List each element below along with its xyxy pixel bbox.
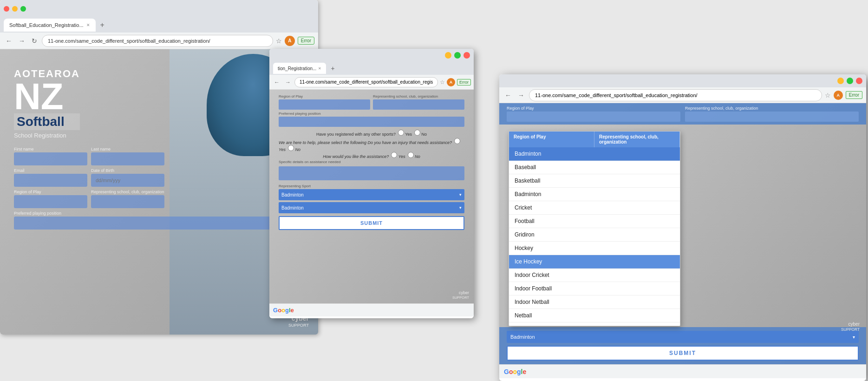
url-input-w2[interactable] [294,77,438,87]
close-btn-w2[interactable] [463,52,470,59]
first-name-input-w1[interactable] [14,152,87,165]
assistance-question-w2: We are here to help, please select the f… [279,138,464,152]
last-name-input-w1[interactable] [91,152,164,165]
profile-btn-w3[interactable]: A [834,91,843,100]
region-input-w3[interactable] [507,112,680,122]
representing-input-w1[interactable] [91,195,164,208]
google-bar-w2: Google [269,303,474,316]
max-btn-w2[interactable] [454,52,461,59]
sport-dropdown-w3[interactable]: Region of Play Representing school, club… [509,131,680,326]
dropdown-col2: Representing school, club, organization [594,131,680,147]
representing-input-w3[interactable] [685,112,859,122]
max-btn-w3[interactable] [847,78,853,84]
window3: ← → ☆ A Error Region of Play Representin… [499,74,866,381]
fwd-btn-w1[interactable]: → [17,36,27,46]
w2-tabbar: tion_Registration... ✕ + [269,62,474,75]
tab-close-w1[interactable]: ✕ [86,23,90,27]
google-logo-w2: Google [273,307,294,314]
star-w2[interactable]: ☆ [440,79,445,85]
w2-address: ← → ☆ A Error [269,75,474,90]
dropdown-item-indoor-cricket[interactable]: Indoor Cricket [509,269,680,282]
dropdown-item-football[interactable]: Football [509,215,680,228]
dropdown-item-netball[interactable]: Netball [509,309,680,322]
dropdown-item-indoor-netball[interactable]: Indoor Netball [509,296,680,309]
window2: tion_Registration... ✕ + ← → ☆ A Error R… [269,49,474,318]
registered-no-w2[interactable] [414,130,420,136]
tab-label-w1: Softball_Education_Registratio... [9,22,84,28]
region-label-w1: Region of Play [14,190,87,194]
error-btn-w1[interactable]: Error [298,37,314,45]
how-question-w2: How would you like the assistance? Yes N… [323,152,420,159]
dropdown-item-rugby[interactable]: Rugby [509,322,680,326]
representing-lbl-w2: Representing school, club, organization [373,94,464,99]
w3-page: Region of Play Representing school, club… [499,103,866,364]
how-yes-w2[interactable] [391,152,397,158]
brand-nz: NZ [14,80,80,113]
url-input-w3[interactable] [529,89,822,101]
cyber-logo-w3: cyberSUPPORT [841,322,860,332]
dropdown-col1: Region of Play [509,131,594,147]
window1-address: ← → ↻ ☆ A Error [0,33,318,49]
max-dot-w1[interactable] [20,6,26,12]
region-lbl-w3: Region of Play [507,106,680,111]
star-w3[interactable]: ☆ [825,92,831,99]
url-input-w1[interactable] [42,35,273,47]
tab-w1[interactable]: Softball_Education_Registratio... ✕ [4,19,96,32]
position-input-w1[interactable] [14,217,283,230]
dropdown-item-basketball[interactable]: Basketball [509,174,680,188]
back-btn-w1[interactable]: ← [4,36,14,46]
region-input-w2[interactable] [279,99,370,110]
dob-input-w1[interactable] [91,174,164,187]
dropdown-item-baseball[interactable]: Baseball [509,161,680,174]
tab-close-w2[interactable]: ✕ [318,66,321,71]
region-input-w1[interactable] [14,195,87,208]
fwd-btn-w3[interactable]: → [516,91,526,100]
google-logo-w3: Google [504,368,526,375]
dropdown-item-cricket[interactable]: Cricket [509,201,680,215]
assist-no-w2[interactable] [288,145,294,151]
bottom-select-w3[interactable]: Badminton [507,331,859,343]
min-btn-w3[interactable] [837,78,844,84]
position-input-w2[interactable] [279,117,464,127]
last-name-label-w1: Last name [91,147,164,151]
w3-address: ← → ☆ A Error [499,87,866,103]
how-no-w2[interactable] [408,152,414,158]
assist-yes-w2[interactable] [454,138,460,144]
dropdown-item-badminton1[interactable]: Badminton [509,147,680,161]
email-label-w1: Email [14,168,87,173]
form-overlay-w1: First name Last name Email Date of Birth [14,147,283,232]
dropdown-item-hockey[interactable]: Hockey [509,242,680,255]
reload-btn-w1[interactable]: ↻ [30,36,39,46]
error-btn-w3[interactable]: Error [846,91,862,99]
error-btn-w2[interactable]: Error [457,79,471,85]
submit-btn-w2[interactable]: SUBMIT [279,216,464,230]
dropdown-item-badminton2[interactable]: Badminton [509,188,680,201]
fwd-btn-w2[interactable]: → [283,78,293,86]
google-bar-w3: Google [499,364,866,378]
dropdown-item-gridiron[interactable]: Gridiron [509,228,680,242]
close-btn-w3[interactable] [856,78,862,84]
submit-btn-w3[interactable]: SUBMIT [507,346,859,361]
back-btn-w2[interactable]: ← [272,78,281,86]
brand-school: School Registration [14,132,80,139]
tab-w2[interactable]: tion_Registration... ✕ [273,63,326,74]
registered-yes-w2[interactable] [398,130,404,136]
representing-input-w2[interactable] [373,99,464,110]
email-input-w1[interactable] [14,174,87,187]
bookmark-icon-w1[interactable]: ☆ [276,37,282,45]
dropdown-item-indoor-football[interactable]: Indoor Football [509,282,680,296]
sport-select-w2[interactable]: Badminton [279,189,464,200]
profile-btn-w1[interactable]: A [285,36,295,46]
sport-select2-w2[interactable]: Badminton [279,202,464,213]
min-dot-w1[interactable] [12,6,18,12]
specific-textarea-w2[interactable] [279,166,464,180]
back-btn-w3[interactable]: ← [503,91,513,100]
window1-tabbar: Softball_Education_Registratio... ✕ + [0,18,318,33]
close-dot-w1[interactable] [4,6,9,12]
new-tab-w2[interactable]: + [328,64,337,73]
profile-btn-w2[interactable]: A [447,78,455,86]
min-btn-w2[interactable] [445,52,451,59]
position-lbl-w2: Preferred playing position [279,112,464,116]
new-tab-w1[interactable]: + [98,20,107,30]
dropdown-item-ice-hockey[interactable]: Ice Hockey [509,255,680,269]
